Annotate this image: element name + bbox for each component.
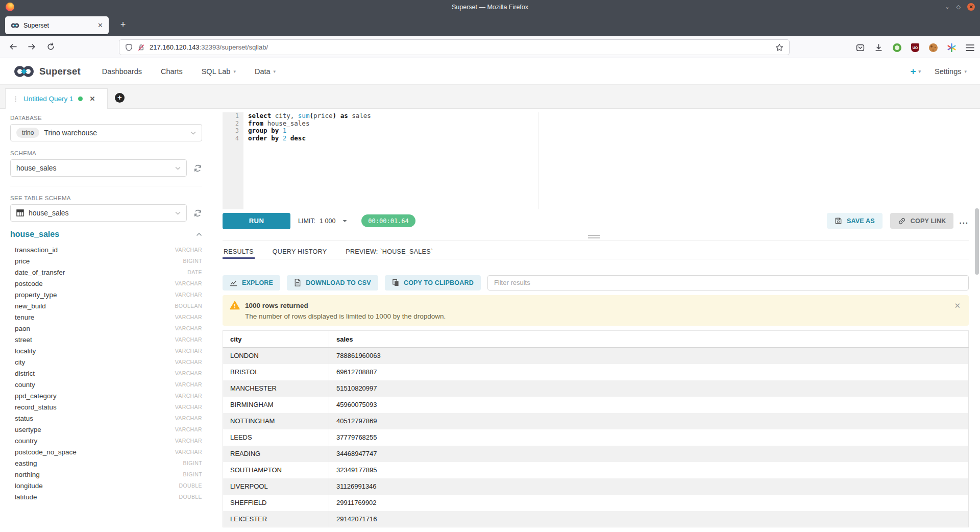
tracking-shield-icon[interactable]	[125, 43, 133, 52]
extension-monkey-icon[interactable]	[893, 43, 901, 52]
link-icon	[898, 217, 906, 225]
download-icon[interactable]	[874, 43, 883, 52]
page-scrollbar-thumb[interactable]	[975, 208, 979, 275]
tab-preview-house-sales[interactable]: PREVIEW: `HOUSE_SALES`	[345, 246, 434, 259]
warning-icon	[230, 301, 240, 310]
database-select[interactable]: trino Trino warehouse	[10, 124, 202, 141]
bookmark-star-icon[interactable]	[775, 43, 783, 52]
add-query-tab-button[interactable]: +	[115, 93, 125, 103]
column-type: BOOLEAN	[175, 303, 202, 309]
menu-hamburger-icon[interactable]	[966, 44, 974, 52]
schema-column-row: districtVARCHAR	[10, 368, 202, 379]
column-type: VARCHAR	[175, 247, 202, 253]
new-item-button[interactable]: + ▾	[910, 66, 921, 77]
back-icon[interactable]	[9, 42, 17, 51]
reload-icon[interactable]	[46, 42, 55, 51]
chevron-up-icon[interactable]	[196, 232, 202, 236]
result-cell: SOUTHAMPTON	[223, 462, 329, 478]
nav-item-dashboards[interactable]: Dashboards	[102, 67, 142, 76]
query-tab-active[interactable]: ⋮ Untitled Query 1 ✕	[5, 88, 108, 109]
result-cell: MANCHESTER	[223, 380, 329, 397]
table-schema-title[interactable]: house_sales	[10, 230, 59, 239]
download-csv-label: DOWNLOAD TO CSV	[306, 279, 371, 286]
new-tab-button[interactable]: +	[117, 19, 129, 31]
column-type: VARCHAR	[175, 348, 202, 354]
result-row: NOTTINGHAM40512797869	[223, 413, 969, 429]
save-icon	[835, 217, 842, 225]
minimize-icon[interactable]: ⌄	[945, 4, 949, 10]
caret-down-icon: ▾	[919, 69, 921, 74]
forward-icon[interactable]	[28, 42, 36, 51]
nav-item-sql-lab[interactable]: SQL Lab▾	[202, 67, 236, 76]
column-type: VARCHAR	[175, 438, 202, 444]
explore-button[interactable]: EXPLORE	[223, 275, 280, 291]
limit-value: 1 000	[320, 217, 335, 225]
result-row: READING34468947747	[223, 446, 969, 462]
nav-item-charts[interactable]: Charts	[161, 67, 183, 76]
schema-column-row: statusVARCHAR	[10, 413, 202, 424]
close-icon[interactable]: ✕	[967, 3, 975, 11]
pane-splitter-handle[interactable]	[588, 235, 600, 238]
table-icon	[16, 209, 24, 216]
column-name: date_of_transfer	[15, 269, 65, 276]
result-row: BRISTOL69612708887	[223, 364, 969, 380]
sql-code-line[interactable]: 1select city, sum(price) as sales	[223, 112, 969, 120]
download-csv-button[interactable]: DOWNLOAD TO CSV	[287, 275, 378, 291]
refresh-icon[interactable]	[193, 209, 202, 217]
result-row: LIVERPOOL31126991346	[223, 478, 969, 495]
save-as-button[interactable]: SAVE AS	[827, 213, 883, 229]
ublock-origin-icon[interactable]: UO	[911, 43, 919, 52]
result-cell: BIRMINGHAM	[223, 397, 329, 413]
lock-slash-icon[interactable]	[137, 43, 145, 52]
superset-brand[interactable]: Superset	[13, 65, 81, 78]
more-actions-button[interactable]: ...	[959, 216, 969, 225]
column-type: VARCHAR	[175, 415, 202, 421]
pocket-icon[interactable]	[856, 43, 865, 52]
column-header-city[interactable]: city	[223, 331, 329, 348]
schema-select[interactable]: house_sales	[10, 159, 187, 177]
tab-close-icon[interactable]: ✕	[97, 21, 103, 29]
limit-dropdown[interactable]: LIMIT: 1 000	[298, 217, 347, 225]
result-cell: 45960075093	[329, 397, 969, 413]
nav-item-label: SQL Lab	[202, 67, 231, 76]
run-button[interactable]: RUN	[223, 213, 290, 229]
drag-handle-icon[interactable]: ⋮	[12, 95, 19, 103]
column-type: VARCHAR	[175, 314, 202, 320]
cookie-extension-icon[interactable]	[929, 43, 938, 52]
sql-editor[interactable]: 1select city, sum(price) as sales2from h…	[223, 112, 969, 209]
tab-results[interactable]: RESULTS	[223, 246, 255, 259]
filter-results-input[interactable]	[487, 275, 969, 291]
sql-code-line[interactable]: 3group by 1	[223, 127, 969, 135]
results-actions: EXPLORE DOWNLOAD TO CSV COPY TO CLIPBOAR…	[223, 275, 969, 291]
sidebar-divider	[10, 186, 202, 186]
column-type: VARCHAR	[175, 381, 202, 388]
browser-toolbar: 217.160.120.143:32393/superset/sqllab/ U…	[0, 36, 980, 58]
extension-pinwheel-icon[interactable]	[947, 43, 956, 52]
browser-tab-superset[interactable]: Superset ✕	[5, 16, 109, 34]
column-type: DOUBLE	[179, 494, 202, 500]
sql-code-line[interactable]: 2from house_sales	[223, 120, 969, 128]
table-schema-select[interactable]: house_sales	[10, 204, 187, 222]
query-tab-close-icon[interactable]: ✕	[90, 95, 95, 103]
settings-menu[interactable]: Settings ▾	[935, 67, 967, 76]
nav-item-data[interactable]: Data▾	[255, 67, 276, 76]
results-table: city sales LONDON788861960063BRISTOL6961…	[223, 330, 969, 527]
nav-item-label: Dashboards	[102, 67, 142, 76]
url-bar[interactable]: 217.160.120.143:32393/superset/sqllab/	[119, 39, 790, 55]
superset-navbar: Superset DashboardsChartsSQL Lab▾Data▾ +…	[0, 58, 980, 85]
sql-code-line[interactable]: 4order by 2 desc	[223, 135, 969, 142]
chevron-down-icon	[190, 131, 196, 135]
result-cell: BRISTOL	[223, 364, 329, 380]
column-name: district	[15, 370, 35, 377]
tab-query-history[interactable]: QUERY HISTORY	[272, 246, 328, 259]
copy-link-button[interactable]: COPY LINK	[890, 213, 954, 229]
refresh-icon[interactable]	[193, 164, 202, 173]
result-cell: 32349177895	[329, 462, 969, 478]
sql-toolbar: RUN LIMIT: 1 000 00:00:01.64 SAVE AS	[223, 212, 969, 229]
chevron-down-icon	[175, 166, 181, 170]
window-titlebar: Superset — Mozilla Firefox ⌄ ◇ ✕	[0, 0, 980, 14]
copy-clipboard-button[interactable]: COPY TO CLIPBOARD	[385, 275, 481, 291]
maximize-icon[interactable]: ◇	[957, 4, 961, 10]
alert-close-icon[interactable]: ✕	[954, 302, 961, 309]
column-header-sales[interactable]: sales	[329, 331, 969, 348]
